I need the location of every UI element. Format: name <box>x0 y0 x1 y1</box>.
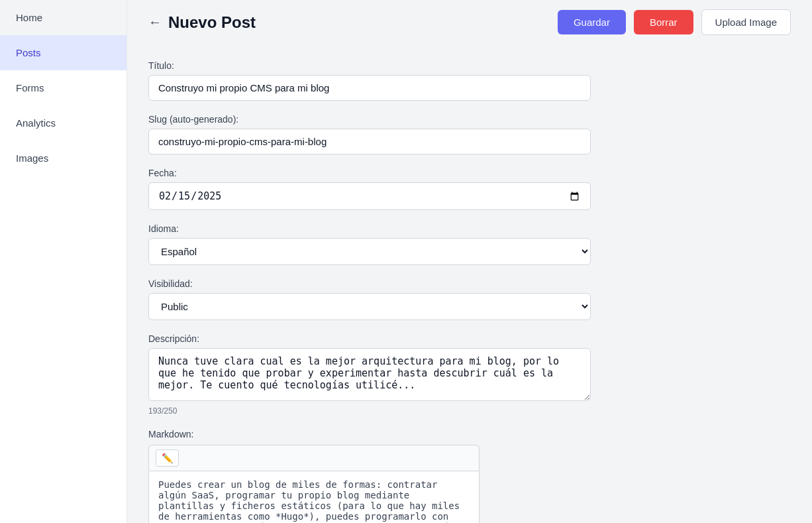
sidebar-item-images[interactable]: Images <box>0 141 127 176</box>
fecha-label: Fecha: <box>148 168 791 178</box>
markdown-pencil-button[interactable]: ✏️ <box>156 449 179 467</box>
markdown-wrapper: Puedes crear un blog de miles de formas:… <box>148 471 480 523</box>
descripcion-textarea[interactable]: Nunca tuve clara cual es la mejor arquit… <box>148 348 591 401</box>
sidebar-item-forms[interactable]: Forms <box>0 70 127 105</box>
idioma-label: Idioma: <box>148 223 791 234</box>
sidebar-item-home[interactable]: Home <box>0 0 127 35</box>
header: ← Nuevo Post Guardar Borrar Upload Image <box>127 0 812 44</box>
fecha-input[interactable] <box>148 182 591 210</box>
header-actions: Guardar Borrar Upload Image <box>558 9 791 35</box>
sidebar-item-posts[interactable]: Posts <box>0 35 127 70</box>
visibilidad-label: Visibilidad: <box>148 278 791 289</box>
titulo-input[interactable] <box>148 75 591 101</box>
page-title: Nuevo Post <box>168 13 256 32</box>
back-button[interactable]: ← <box>148 15 162 30</box>
fecha-group: Fecha: <box>148 168 791 210</box>
idioma-group: Idioma: Español English Français Deutsch <box>148 223 791 265</box>
markdown-group: Markdown: ✏️ Puedes crear un blog de mil… <box>148 429 791 523</box>
visibilidad-group: Visibilidad: Public Private Draft <box>148 278 791 320</box>
char-count: 193/250 <box>148 406 791 416</box>
descripcion-label: Descripción: <box>148 333 791 344</box>
slug-input[interactable] <box>148 129 591 154</box>
upload-image-button[interactable]: Upload Image <box>701 9 791 35</box>
descripcion-group: Descripción: Nunca tuve clara cual es la… <box>148 333 791 416</box>
borrar-button[interactable]: Borrar <box>634 10 693 34</box>
main-content: ← Nuevo Post Guardar Borrar Upload Image… <box>127 0 812 523</box>
guardar-button[interactable]: Guardar <box>558 10 626 34</box>
sidebar-item-analytics[interactable]: Analytics <box>0 105 127 141</box>
slug-label: Slug (auto-generado): <box>148 114 791 125</box>
markdown-toolbar: ✏️ <box>148 445 480 471</box>
markdown-label: Markdown: <box>148 429 791 439</box>
slug-group: Slug (auto-generado): <box>148 114 791 154</box>
titulo-group: Título: <box>148 60 791 101</box>
header-left: ← Nuevo Post <box>148 13 256 32</box>
titulo-label: Título: <box>148 60 791 71</box>
form-area: Título: Slug (auto-generado): Fecha: Idi… <box>127 44 812 523</box>
idioma-select[interactable]: Español English Français Deutsch <box>148 238 591 265</box>
visibilidad-select[interactable]: Public Private Draft <box>148 293 591 320</box>
sidebar: HomePostsFormsAnalyticsImages <box>0 0 127 523</box>
markdown-editor[interactable]: Puedes crear un blog de miles de formas:… <box>148 471 480 523</box>
